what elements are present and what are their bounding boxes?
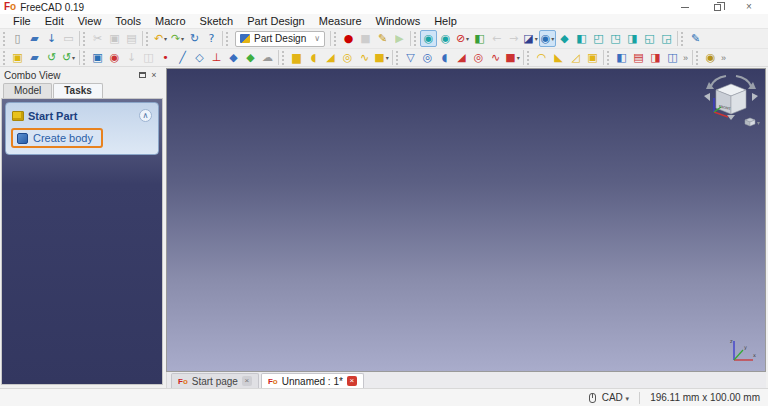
copy-button[interactable]: ▣ — [106, 30, 123, 47]
fit-selection-button[interactable]: ◉ — [437, 30, 454, 47]
macro-edit-button[interactable]: ✎ — [374, 30, 391, 47]
close-panel-icon[interactable]: × — [148, 70, 160, 81]
dropdown-arrow-icon[interactable]: ▾ — [535, 35, 538, 42]
additive-primitive-button[interactable]: ■▾ — [373, 49, 390, 66]
menu-help[interactable]: Help — [427, 14, 464, 28]
subtractive-loft-button[interactable]: ◢ — [453, 49, 470, 66]
revolution-button[interactable]: ◖ — [305, 49, 322, 66]
datum-plane-button[interactable]: ◇ — [191, 49, 208, 66]
additive-loft-button[interactable]: ◢ — [322, 49, 339, 66]
paste-button[interactable]: ▤ — [123, 30, 140, 47]
sketcher-pencil-button[interactable]: ✎ — [687, 30, 704, 47]
nav-back-button[interactable]: ← — [488, 30, 505, 47]
3d-viewport[interactable]: FRONT z y — [166, 68, 766, 372]
create-part-button[interactable]: ▣ — [9, 49, 26, 66]
chamfer-button[interactable]: ◣ — [550, 49, 567, 66]
menu-sketch[interactable]: Sketch — [193, 14, 241, 28]
dropdown-arrow-icon[interactable]: ▾ — [551, 35, 554, 42]
toolbar-overflow-measure[interactable]: » — [719, 53, 728, 63]
print-button[interactable]: ▭ — [60, 30, 77, 47]
macro-stop-button[interactable]: ■ — [357, 30, 374, 47]
refresh-button[interactable]: ↻ — [186, 30, 203, 47]
fillet-button[interactable]: ◠ — [533, 49, 550, 66]
create-group-button[interactable]: ▰ — [26, 49, 43, 66]
workbench-selector[interactable]: Part Design∨ — [235, 31, 325, 47]
dropdown-arrow-icon[interactable]: ▾ — [466, 35, 469, 42]
pad-button[interactable]: ▆ — [288, 49, 305, 66]
subtractive-primitive-button[interactable]: ■▾ — [504, 49, 521, 66]
view-rear-button[interactable]: ◨ — [624, 30, 641, 47]
view-axonometric-button[interactable]: ◆ — [556, 30, 573, 47]
draw-style-button[interactable]: ◉▾ — [539, 30, 556, 47]
dropdown-arrow-icon[interactable]: ▾ — [386, 54, 389, 61]
datum-point-button[interactable]: • — [157, 49, 174, 66]
subtractive-pipe-button[interactable]: ◎ — [470, 49, 487, 66]
fit-all-button[interactable]: ◉ — [420, 30, 437, 47]
texture-mapping-button[interactable]: ◧ — [471, 30, 488, 47]
tab-model[interactable]: Model — [3, 83, 52, 98]
draft-button[interactable]: ◿ — [567, 49, 584, 66]
thickness-button[interactable]: ▣ — [584, 49, 601, 66]
create-body-button[interactable]: ▣ — [89, 49, 106, 66]
view-top-button[interactable]: ◰ — [590, 30, 607, 47]
save-document-button[interactable]: ↓ — [43, 30, 60, 47]
whats-this-button[interactable]: ? — [203, 30, 220, 47]
collapse-section-icon[interactable]: ∧ — [139, 109, 152, 122]
menu-edit[interactable]: Edit — [38, 14, 71, 28]
make-link-button[interactable]: ↺ — [43, 49, 60, 66]
hole-button[interactable]: ◎ — [419, 49, 436, 66]
tab-tasks[interactable]: Tasks — [53, 83, 103, 98]
groove-button[interactable]: ◖ — [436, 49, 453, 66]
subtractive-helix-button[interactable]: ∿ — [487, 49, 504, 66]
additive-helix-button[interactable]: ∿ — [356, 49, 373, 66]
document-tab-start-page[interactable]: FoStart page× — [171, 373, 259, 388]
nav-style-selector[interactable]: CAD ▾ — [602, 392, 629, 403]
dropdown-arrow-icon[interactable]: ▾ — [72, 54, 75, 61]
close-tab-icon[interactable]: × — [242, 376, 252, 386]
menu-view[interactable]: View — [71, 14, 109, 28]
menu-tools[interactable]: Tools — [108, 14, 148, 28]
clone-button[interactable]: ☁ — [259, 49, 276, 66]
menu-part-design[interactable]: Part Design — [240, 14, 311, 28]
additive-pipe-button[interactable]: ◎ — [339, 49, 356, 66]
minimize-button[interactable] — [678, 1, 692, 13]
toolbar-overflow-pattern[interactable]: » — [681, 53, 690, 63]
view-bottom-button[interactable]: ◱ — [641, 30, 658, 47]
dropdown-arrow-icon[interactable]: ▾ — [164, 35, 167, 42]
view-front-button[interactable]: ◧ — [573, 30, 590, 47]
clipping-plane-button[interactable]: ⊘▾ — [454, 30, 471, 47]
dropdown-arrow-icon[interactable]: ▾ — [517, 54, 520, 61]
open-document-button[interactable]: ▰ — [26, 30, 43, 47]
linked-object-button[interactable]: ◪▾ — [522, 30, 539, 47]
menu-windows[interactable]: Windows — [369, 14, 428, 28]
menu-macro[interactable]: Macro — [148, 14, 193, 28]
create-body-task-button[interactable]: Create body — [11, 128, 103, 148]
view-right-button[interactable]: ◳ — [607, 30, 624, 47]
restore-button[interactable] — [710, 1, 724, 13]
menu-file[interactable]: File — [6, 14, 38, 28]
nav-forward-button[interactable]: → — [505, 30, 522, 47]
datum-line-button[interactable]: ╱ — [174, 49, 191, 66]
measure-button[interactable]: ◉ — [702, 49, 719, 66]
menu-measure[interactable]: Measure — [312, 14, 369, 28]
dropdown-arrow-icon[interactable]: ▾ — [181, 35, 184, 42]
create-sketch-button[interactable]: ◉ — [106, 49, 123, 66]
macro-play-button[interactable]: ▶ — [391, 30, 408, 47]
map-sketch-button[interactable]: ◫ — [140, 49, 157, 66]
cut-button[interactable]: ✂ — [89, 30, 106, 47]
mirrored-button[interactable]: ◧ — [613, 49, 630, 66]
redo-button[interactable]: ↷▾ — [169, 30, 186, 47]
local-coordinate-system-button[interactable]: ⊥ — [208, 49, 225, 66]
linear-pattern-button[interactable]: ▤ — [630, 49, 647, 66]
pocket-button[interactable]: ▽ — [402, 49, 419, 66]
close-tab-icon[interactable]: × — [347, 376, 357, 386]
macro-record-button[interactable]: ● — [340, 30, 357, 47]
polar-pattern-button[interactable]: ◨ — [647, 49, 664, 66]
document-tab-unnamed-1[interactable]: FoUnnamed : 1*× — [261, 373, 364, 388]
undo-button[interactable]: ↶▾ — [152, 30, 169, 47]
sub-shape-binder-button[interactable]: ◆ — [242, 49, 259, 66]
navigation-cube[interactable]: FRONT — [702, 72, 760, 128]
float-panel-icon[interactable] — [136, 70, 148, 81]
view-left-button[interactable]: ◲ — [658, 30, 675, 47]
new-document-button[interactable]: ▯ — [9, 30, 26, 47]
